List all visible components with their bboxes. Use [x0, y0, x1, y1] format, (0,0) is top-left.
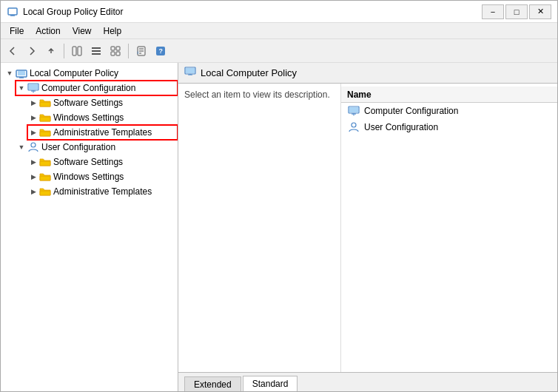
list-pane: Name Computer — [341, 84, 557, 372]
list-item-computer-config[interactable]: Computer Configuration — [341, 103, 557, 119]
tree-windows-settings-cc-label: Windows Settings — [53, 112, 124, 123]
tree-root-label: Local Computer Policy — [30, 68, 118, 78]
tree-item-windows-settings-cc[interactable]: ▶ Windows Settings — [27, 110, 178, 125]
tree-software-settings-uc-label: Software Settings — [53, 157, 123, 167]
properties-button[interactable]: i — [132, 42, 150, 60]
list-item-user-config[interactable]: User Configuration — [341, 119, 557, 135]
admin-templates-uc-expander: ▶ — [27, 186, 39, 197]
window-title: Local Group Policy Editor — [23, 7, 482, 17]
svg-rect-28 — [40, 102, 50, 107]
user-config-expander: ▼ — [16, 141, 27, 153]
tab-standard[interactable]: Standard — [243, 376, 298, 391]
tree-user-config-label: User Configuration — [41, 142, 115, 152]
right-panel: Local Computer Policy Select an item to … — [178, 63, 557, 391]
menu-file[interactable]: File — [4, 24, 30, 38]
toolbar-separator-1 — [64, 44, 64, 58]
svg-rect-32 — [40, 161, 50, 166]
admin-templates-cc-icon — [39, 126, 51, 138]
toolbar-btn-3[interactable] — [107, 42, 124, 60]
software-settings-uc-expander: ▶ — [27, 156, 39, 168]
svg-point-44 — [352, 123, 356, 127]
tree-item-user-config[interactable]: ▼ User Configuration — [16, 140, 178, 155]
maximize-button[interactable]: □ — [505, 4, 528, 19]
tree-item-computer-config[interactable]: ▼ Computer Configuration — [16, 81, 178, 95]
svg-rect-7 — [92, 53, 101, 55]
title-bar: Local Group Policy Editor − □ ✕ — [1, 1, 557, 23]
bottom-tabs: Extended Standard — [178, 372, 557, 391]
right-panel-header: Local Computer Policy — [178, 63, 557, 84]
svg-rect-8 — [111, 47, 115, 50]
right-header-icon — [184, 67, 196, 79]
software-settings-cc-icon — [39, 97, 51, 109]
user-config-icon — [27, 141, 39, 153]
menu-bar: File Action View Help — [1, 23, 557, 39]
tree-item-software-settings-cc[interactable]: ▶ Software Settings — [27, 95, 178, 110]
menu-help[interactable]: Help — [98, 24, 128, 38]
tree-item-admin-templates-cc[interactable]: ▶ Administrative Templates — [27, 125, 178, 140]
tree-item-windows-settings-uc[interactable]: ▶ Windows Settings — [27, 169, 178, 184]
main-window: Local Group Policy Editor − □ ✕ File Act… — [0, 0, 558, 392]
back-button[interactable] — [4, 42, 21, 60]
admin-templates-cc-expander: ▶ — [27, 126, 39, 138]
svg-rect-3 — [73, 47, 76, 55]
tree-item-software-settings-uc[interactable]: ▶ Software Settings — [27, 155, 178, 169]
tree-admin-templates-cc-label: Administrative Templates — [53, 127, 152, 138]
close-button[interactable]: ✕ — [529, 4, 551, 19]
svg-rect-33 — [40, 176, 50, 180]
menu-action[interactable]: Action — [30, 24, 66, 38]
forward-button[interactable] — [23, 42, 41, 60]
tree-panel: ▼ Local Computer Policy ▼ — [1, 63, 178, 391]
svg-rect-6 — [92, 50, 101, 52]
main-area: ▼ Local Computer Policy ▼ — [1, 63, 557, 391]
svg-text:?: ? — [159, 47, 164, 55]
tab-extended[interactable]: Extended — [184, 376, 241, 391]
svg-text:i: i — [138, 50, 139, 54]
help-button[interactable]: ? — [152, 42, 169, 60]
content-area: Select an item to view its description. … — [178, 84, 557, 372]
right-panel-title: Local Computer Policy — [201, 67, 297, 78]
toolbar-separator-2 — [128, 44, 129, 58]
window-icon — [7, 6, 19, 18]
svg-point-43 — [353, 115, 354, 116]
menu-view[interactable]: View — [67, 24, 98, 38]
tree-software-settings-cc-label: Software Settings — [53, 98, 123, 108]
computer-config-expander: ▼ — [16, 82, 27, 94]
list-header: Name — [341, 87, 557, 103]
up-button[interactable] — [42, 42, 60, 60]
minimize-button[interactable]: − — [482, 4, 504, 19]
tree-admin-templates-uc-label: Administrative Templates — [53, 186, 152, 197]
admin-templates-uc-icon — [39, 186, 51, 197]
svg-rect-10 — [111, 52, 115, 55]
show-hide-tree-button[interactable] — [68, 42, 86, 60]
list-item-user-config-icon — [347, 121, 360, 134]
toolbar-btn-2[interactable] — [87, 42, 105, 60]
computer-config-icon — [27, 82, 39, 94]
description-text: Select an item to view its description. — [184, 89, 330, 100]
list-item-computer-config-label: Computer Configuration — [364, 106, 458, 116]
description-pane: Select an item to view its description. — [178, 84, 341, 372]
windows-settings-cc-expander: ▶ — [27, 112, 39, 124]
toolbar: i ? — [1, 39, 557, 63]
svg-point-27 — [33, 92, 34, 93]
windows-settings-uc-expander: ▶ — [27, 171, 39, 183]
root-icon — [16, 67, 27, 79]
svg-point-31 — [31, 143, 36, 147]
window-controls: − □ ✕ — [482, 4, 551, 19]
svg-rect-34 — [40, 191, 50, 195]
svg-rect-4 — [78, 47, 81, 55]
software-settings-cc-expander: ▶ — [27, 97, 39, 109]
svg-rect-20 — [18, 71, 25, 75]
tree-root[interactable]: ▼ Local Computer Policy — [4, 66, 178, 81]
svg-rect-0 — [8, 8, 17, 15]
software-settings-uc-icon — [39, 156, 51, 168]
svg-rect-24 — [29, 84, 38, 89]
svg-rect-36 — [186, 68, 195, 73]
svg-rect-29 — [40, 117, 50, 121]
svg-rect-9 — [116, 47, 120, 50]
svg-rect-30 — [40, 132, 50, 136]
svg-rect-5 — [92, 47, 101, 49]
tree-item-admin-templates-uc[interactable]: ▶ Administrative Templates — [27, 184, 178, 199]
svg-rect-11 — [116, 52, 120, 55]
tree-computer-config-label: Computer Configuration — [41, 83, 135, 93]
list-item-user-config-label: User Configuration — [364, 122, 438, 132]
